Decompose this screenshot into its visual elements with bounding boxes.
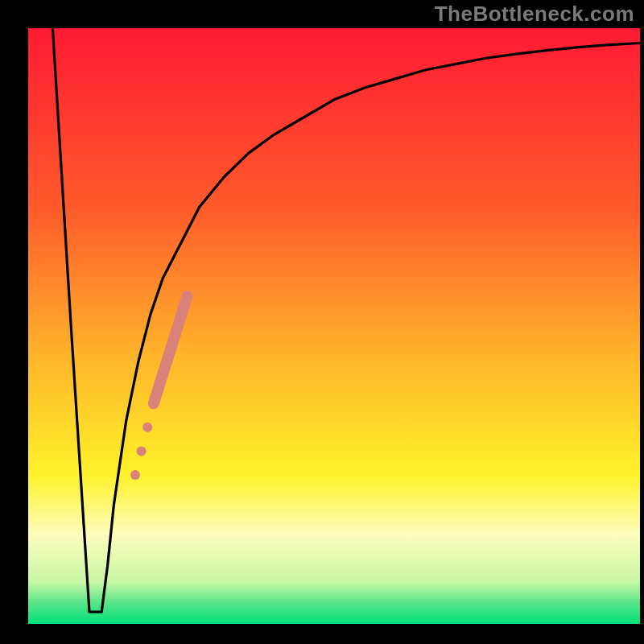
highlight-dots — [130, 470, 140, 480]
watermark-text: TheBottleneck.com — [435, 2, 634, 27]
highlight-dots — [142, 423, 152, 432]
plot-background — [28, 28, 640, 624]
chart-stage: TheBottleneck.com — [0, 0, 644, 644]
bottleneck-chart — [0, 0, 644, 644]
highlight-dots — [137, 446, 147, 456]
